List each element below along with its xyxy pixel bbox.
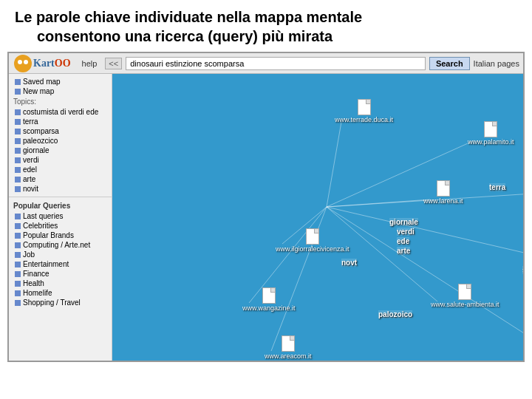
keyword-bubble: arte [397,247,410,255]
sidebar-item-topic[interactable]: paleozcico [9,136,112,146]
topic-icon [15,186,21,192]
popular-icon [15,281,21,287]
search-input[interactable] [126,57,426,70]
topic-icon [15,119,21,125]
sidebar-item-popular[interactable]: Popular Brands [9,231,112,240]
map-node[interactable]: www.wangazine.it [242,287,296,312]
topic-icon [15,177,21,183]
topic-icon [15,167,21,173]
svg-line-0 [327,122,341,207]
svg-line-5 [327,207,523,255]
keyword-bubble: novt [341,259,357,267]
map-node[interactable]: www.salute-ambienta.it [431,284,499,308]
popular-icon [15,262,21,267]
popular-list: Last queriesCelebritiesPopular BrandsCom… [9,211,112,307]
svg-line-9 [327,207,523,349]
sidebar-item-popular[interactable]: Job [9,250,112,259]
map-canvas[interactable]: www.terrade.duca.it www.palamito.it www.… [112,74,523,361]
map-node[interactable]: www.areacom.it [265,335,312,360]
node-label: www.palamito.it [468,138,514,146]
sidebar-item-popular[interactable]: Homelife [9,288,112,298]
sidebar-item-topic[interactable]: scomparsa [9,126,112,136]
logo-mascot [13,53,33,74]
node-document-icon [358,99,371,115]
logo: KartOO [13,53,71,74]
map-node[interactable]: www.larena.it [423,180,463,205]
new-map-icon [15,89,21,95]
popular-icon [15,252,21,258]
map-connections [112,74,523,361]
logo-text: Kart [33,58,55,69]
popular-icon [15,233,21,239]
svg-line-2 [327,200,430,207]
node-label: www.areacom.it [265,352,312,360]
keyword-bubble: giornale [389,218,418,226]
topic-icon [15,148,21,154]
sidebar-item-popular[interactable]: Health [9,279,112,288]
main-content: Saved map New map Topics: costumista di … [9,74,523,361]
topic-icon [15,138,21,144]
italian-pages-link[interactable]: Italian pages [474,59,519,68]
popular-icon [15,214,21,219]
help-link[interactable]: help [78,58,102,69]
topic-icon [15,129,21,134]
sidebar-item-topic[interactable]: novit [9,184,112,194]
sidebar-item-popular[interactable]: Entertainment [9,259,112,269]
sidebar-item-topic[interactable]: terra [9,117,112,126]
popular-icon [15,300,21,306]
node-document-icon [437,180,450,197]
nav-arrows[interactable]: << [105,58,122,69]
map-node[interactable]: www.ilgiorralecivicenza.it [276,228,349,253]
sidebar-item-topic[interactable]: giornale [9,146,112,155]
sidebar-item-popular[interactable]: Celebrities [9,221,112,231]
sidebar-item-popular[interactable]: Shopping / Travel [9,298,112,307]
node-label: www.terrade.duca.it [335,116,393,123]
search-button[interactable]: Search [429,57,470,70]
sidebar-item-topic[interactable]: arte [9,174,112,184]
browser-window: KartOO help << Search Italian pages Save… [7,52,525,362]
node-document-icon [306,228,319,245]
node-label: www.wangazine.it [242,304,296,312]
node-document-icon [484,121,497,137]
sidebar-item-topic[interactable]: costumista di verdi ede [9,107,112,117]
keyword-bubble: ede [397,237,409,245]
popular-icon [15,223,21,229]
sidebar-item-popular[interactable]: Finance [9,269,112,279]
title-line1: Le parole chiave individuate nella mappa… [15,7,517,27]
popular-queries-label: Popular Queries [9,200,112,211]
topic-icon [15,157,21,163]
node-label: www.larena.it [423,197,463,205]
keyword-bubble: scomparsa [522,266,523,274]
popular-icon [15,242,21,248]
sidebar: Saved map New map Topics: costumista di … [9,74,112,361]
keyword-bubble: terra [489,183,505,191]
sidebar-item-topic[interactable]: verdi [9,155,112,165]
node-label: www.salute-ambienta.it [431,301,499,308]
slide-title: Le parole chiave individuate nella mappa… [0,0,532,52]
svg-line-7 [327,207,437,301]
sidebar-item-new-map[interactable]: New map [9,86,112,96]
topics-label: Topics: [9,96,112,107]
node-document-icon [282,335,295,352]
keyword-bubble: verdi [397,228,415,236]
map-node[interactable]: www.palamito.it [468,121,514,146]
sidebar-item-saved-map[interactable]: Saved map [9,77,112,86]
node-document-icon [458,284,471,300]
saved-map-icon [15,79,21,85]
keyword-bubble: palozoico [378,310,412,318]
map-node[interactable]: www.terrade.duca.it [335,99,393,123]
sidebar-item-popular[interactable]: Last queries [9,211,112,221]
popular-icon [15,290,21,296]
sidebar-item-topic[interactable]: edel [9,165,112,174]
topic-icon [15,109,21,115]
topics-list: costumista di verdi edeterrascomparsapal… [9,107,112,194]
node-label: www.ilgiorralecivicenza.it [276,245,349,253]
sidebar-item-popular[interactable]: Computing / Arte.net [9,240,112,250]
node-document-icon [262,287,276,304]
title-line2: consentono una ricerca (query) più mirat… [15,27,517,46]
sidebar-divider [9,197,112,197]
popular-icon [15,271,21,277]
logo-oo: OO [55,58,71,69]
browser-toolbar: KartOO help << Search Italian pages [9,53,523,74]
